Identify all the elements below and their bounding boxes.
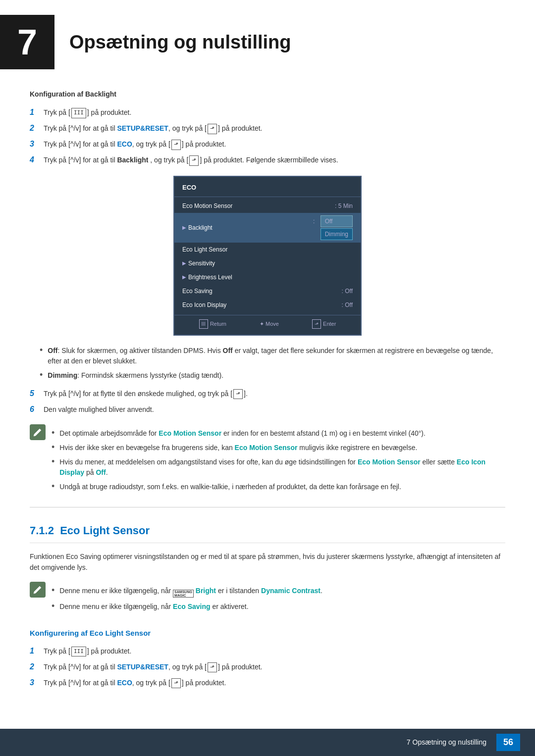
notes-list: • Det optimale arbejdsområde for Eco Mot… xyxy=(52,428,505,492)
bullet-dimming: • Dimming: Formindsk skærmens lysstyrke … xyxy=(40,370,505,381)
eco-light-sensor-body: Funktionen Eco Saving optimerer visnings… xyxy=(30,551,505,573)
step-1: 1 Tryk på [III] på produktet. xyxy=(30,106,505,118)
note-3: • Hvis du mener, at meddelelsen om adgan… xyxy=(52,457,505,478)
chapter-number-text: 7 xyxy=(17,15,37,69)
header-section: 7 Opsætning og nulstilling xyxy=(0,0,535,79)
step-5: 5 Tryk på [^/v] for at flytte til den øn… xyxy=(30,388,505,400)
enter-icon-eco-2: ⬏ xyxy=(208,662,217,673)
pencil-icon xyxy=(33,427,43,437)
step-2: 2 Tryk på [^/v] for at gå til SETUP&RESE… xyxy=(30,122,505,134)
footer-move: ✦ Move xyxy=(260,319,279,329)
content-area: Konfiguration af Backlight 1 Tryk på [II… xyxy=(0,89,535,715)
note-4: • Undgå at bruge radioudstyr, som f.eks.… xyxy=(52,482,505,492)
eco-menu-footer: III Return ✦ Move ⬏ Enter xyxy=(174,315,361,331)
steps-5-6: 5 Tryk på [^/v] for at flytte til den øn… xyxy=(30,388,505,415)
eco-light-note-icon xyxy=(30,582,46,598)
step-4: 4 Tryk på [^/v] for at gå til Backlight … xyxy=(30,154,505,166)
brightness-level-item: ▶ Brightness Level xyxy=(174,270,361,284)
eco-icon-display-item: Eco Icon Display : Off xyxy=(174,298,361,312)
backlight-dimming-value: Dimming xyxy=(321,228,353,240)
eco-light-note-1: • Denne menu er ikke tilgængelig, når SA… xyxy=(52,586,505,598)
enter-icon-eco-3: ⬏ xyxy=(171,678,181,689)
footer-return: III Return xyxy=(199,319,226,329)
footer-enter: ⬏ Enter xyxy=(312,319,336,329)
eco-menu-title: ECO xyxy=(174,181,361,197)
step-3: 3 Tryk på [^/v] for at gå til ECO, og tr… xyxy=(30,138,505,150)
footer-chapter-text: 7 Opsætning og nulstilling xyxy=(407,737,486,748)
eco-menu: ECO Eco Motion Sensor : 5 Min ▶ Backligh… xyxy=(173,176,362,336)
backlight-bullet-list: • Off: Sluk for skærmen, og aktiver tils… xyxy=(40,346,505,381)
note-box: • Det optimale arbejdsområde for Eco Mot… xyxy=(30,423,505,499)
note-content: • Det optimale arbejdsområde for Eco Mot… xyxy=(52,423,505,499)
chapter-title: Opsætning og nulstilling xyxy=(69,28,291,56)
eco-step-2: 2 Tryk på [^/v] for at gå til SETUP&RESE… xyxy=(30,661,505,673)
eco-menu-screenshot: ECO Eco Motion Sensor : 5 Min ▶ Backligh… xyxy=(30,176,505,336)
eco-light-sensor-title: 7.1.2 Eco Light Sensor xyxy=(30,522,505,543)
eco-light-notes-list: • Denne menu er ikke tilgængelig, når SA… xyxy=(52,586,505,612)
sensitivity-item: ▶ Sensitivity xyxy=(174,256,361,270)
eco-light-note-content: • Denne menu er ikke tilgængelig, når SA… xyxy=(52,581,505,619)
eco-light-note-box: • Denne menu er ikke tilgængelig, når SA… xyxy=(30,581,505,619)
enter-icon-5: ⬏ xyxy=(233,389,243,400)
menu-icon: III xyxy=(71,108,86,118)
eco-light-note-2: • Denne menu er ikke tilgængelig, når Ec… xyxy=(52,602,505,612)
page-container: 7 Opsætning og nulstilling Konfiguration… xyxy=(0,0,535,756)
eco-light-config-heading: Konfigurering af Eco Light Sensor xyxy=(30,628,505,639)
page-footer: 7 Opsætning og nulstilling 56 xyxy=(0,729,535,756)
eco-light-steps: 1 Tryk på [III] på produktet. 2 Tryk på … xyxy=(30,645,505,689)
footer-page-number: 56 xyxy=(496,734,520,751)
backlight-item: ▶ Backlight : Off Dimming xyxy=(174,213,361,243)
eco-step-3: 3 Tryk på [^/v] for at gå til ECO, og tr… xyxy=(30,677,505,689)
step-6: 6 Den valgte mulighed bliver anvendt. xyxy=(30,403,505,415)
backlight-section-heading: Konfiguration af Backlight xyxy=(30,89,505,100)
menu-icon-eco: III xyxy=(71,647,86,657)
note-icon xyxy=(30,424,46,440)
section-divider xyxy=(30,507,505,507)
backlight-off-value: Off xyxy=(321,215,353,227)
enter-icon: ⬏ xyxy=(208,124,217,134)
eco-motion-sensor-item: Eco Motion Sensor : 5 Min xyxy=(174,199,361,213)
eco-light-sensor-item: Eco Light Sensor xyxy=(174,243,361,256)
chapter-number: 7 xyxy=(0,15,54,69)
eco-step-1: 1 Tryk på [III] på produktet. xyxy=(30,645,505,657)
eco-saving-item: Eco Saving : Off xyxy=(174,284,361,298)
bullet-off: • Off: Sluk for skærmen, og aktiver tils… xyxy=(40,346,505,366)
enter-icon-2: ⬏ xyxy=(171,140,181,150)
note-2: • Hvis der ikke sker en bevægelse fra br… xyxy=(52,443,505,453)
pencil-icon-2 xyxy=(33,585,43,595)
note-1: • Det optimale arbejdsområde for Eco Mot… xyxy=(52,428,505,439)
backlight-steps: 1 Tryk på [III] på produktet. 2 Tryk på … xyxy=(30,106,505,166)
enter-icon-3: ⬏ xyxy=(189,155,199,166)
